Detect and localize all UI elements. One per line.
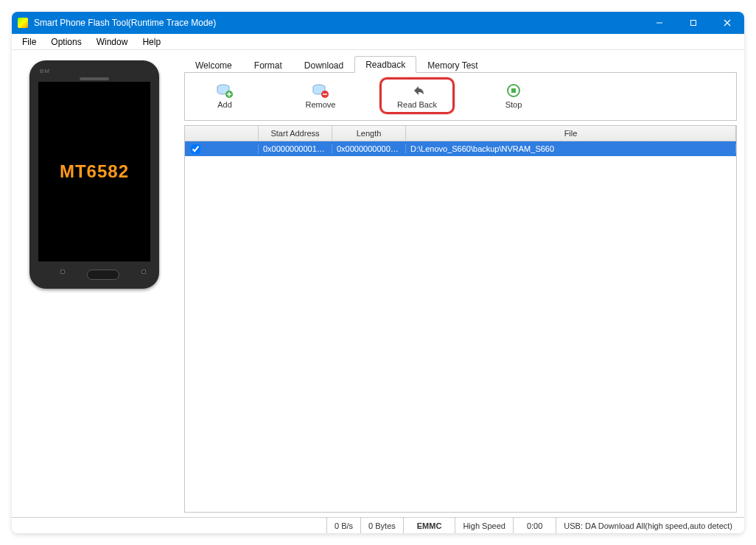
tab-download[interactable]: Download — [293, 57, 354, 73]
phone-brand: BM — [40, 68, 150, 74]
maximize-button[interactable] — [676, 12, 710, 34]
remove-button[interactable]: Remove — [284, 82, 357, 109]
stop-button[interactable]: Stop — [477, 82, 550, 109]
grid-body: 0x000000000100... 0x000000000050... D:\L… — [185, 141, 736, 156]
tab-welcome[interactable]: Welcome — [184, 57, 243, 73]
stop-icon — [504, 82, 523, 99]
app-icon — [18, 18, 28, 28]
row-start-address: 0x000000000100... — [259, 144, 332, 153]
row-file: D:\Lenovo_S660\backup\NVRAM_S660 — [406, 144, 736, 153]
menu-bar: File Options Window Help — [12, 34, 744, 50]
phone-earpiece — [80, 77, 109, 80]
add-icon — [215, 82, 234, 99]
row-checkbox-cell[interactable] — [185, 144, 259, 154]
table-row[interactable]: 0x000000000100... 0x000000000050... D:\L… — [185, 141, 736, 156]
stop-label: Stop — [505, 100, 522, 109]
device-preview-panel: BM MT6582 — [12, 50, 181, 517]
tab-bar: Welcome Format Download Readback Memory … — [184, 54, 737, 73]
read-back-button[interactable]: Read Back — [388, 82, 447, 109]
readback-toolbar: Add Remove Read Back — [184, 73, 737, 121]
svg-rect-12 — [511, 88, 516, 93]
menu-window[interactable]: Window — [89, 35, 136, 49]
tab-memory-test[interactable]: Memory Test — [416, 57, 489, 73]
read-back-label: Read Back — [397, 100, 437, 109]
grid-header: Start Address Length File — [185, 126, 736, 141]
tab-format[interactable]: Format — [243, 57, 293, 73]
window-title: Smart Phone Flash Tool(Runtime Trace Mod… — [34, 18, 643, 28]
status-storage: EMMC — [403, 518, 455, 533]
tab-readback[interactable]: Readback — [354, 56, 416, 73]
svg-rect-1 — [691, 21, 696, 26]
status-bar: 0 B/s 0 Bytes EMMC High Speed 0:00 USB: … — [12, 517, 744, 533]
row-checkbox[interactable] — [191, 144, 200, 154]
status-speed: High Speed — [455, 518, 513, 533]
grid-header-check[interactable] — [185, 126, 259, 141]
menu-help[interactable]: Help — [135, 35, 168, 49]
title-bar: Smart Phone Flash Tool(Runtime Trace Mod… — [12, 12, 744, 34]
minimize-button[interactable] — [643, 12, 676, 34]
phone-mockup: BM MT6582 — [29, 60, 159, 289]
row-length: 0x000000000050... — [332, 144, 406, 153]
close-button[interactable] — [710, 12, 744, 34]
menu-options[interactable]: Options — [43, 35, 88, 49]
status-rate: 0 B/s — [326, 518, 360, 533]
phone-nav-keys — [38, 270, 168, 280]
status-time: 0:00 — [513, 518, 556, 533]
readback-grid[interactable]: Start Address Length File 0x000000000100… — [184, 125, 737, 513]
add-button[interactable]: Add — [188, 82, 262, 109]
phone-home-button — [87, 270, 119, 280]
status-usb: USB: DA Download All(high speed,auto det… — [556, 518, 740, 533]
read-back-icon — [407, 82, 427, 99]
phone-screen: MT6582 — [38, 82, 150, 261]
menu-file[interactable]: File — [15, 35, 43, 49]
read-back-highlight: Read Back — [379, 77, 455, 114]
add-label: Add — [217, 100, 232, 109]
remove-icon — [311, 82, 330, 99]
remove-label: Remove — [306, 100, 336, 109]
grid-header-file[interactable]: File — [406, 126, 736, 141]
status-bytes: 0 Bytes — [360, 518, 403, 533]
grid-header-start-address[interactable]: Start Address — [259, 126, 332, 141]
phone-chip-label: MT6582 — [60, 161, 129, 182]
grid-header-length[interactable]: Length — [332, 126, 406, 141]
